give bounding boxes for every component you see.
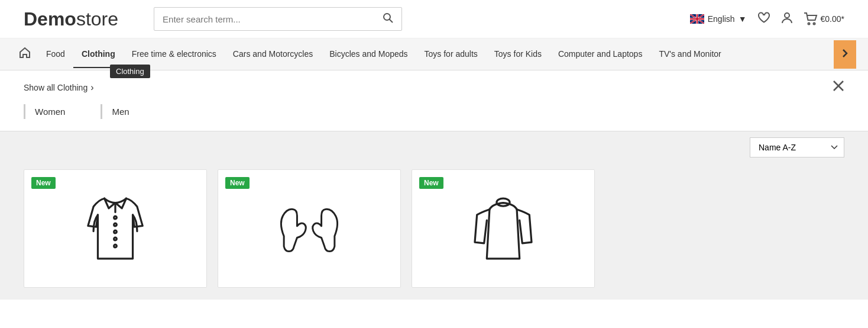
lang-chevron-icon: ▼ — [739, 14, 747, 24]
svg-point-12 — [114, 245, 117, 247]
logo-bold: Demo — [24, 8, 76, 30]
nav-item-free-time[interactable]: Free time & electronics — [124, 41, 225, 68]
nav-item-cars[interactable]: Cars and Motorcycles — [225, 41, 321, 68]
product-card-1[interactable]: New — [24, 169, 207, 288]
svg-point-3 — [785, 13, 789, 18]
chevron-right-icon — [842, 49, 848, 58]
cart-button[interactable]: €0.00* — [804, 12, 844, 25]
nav-item-toys-adults[interactable]: Toys for adults — [416, 41, 486, 68]
nav-item-food[interactable]: Food — [38, 41, 73, 68]
nav-more-button[interactable] — [834, 40, 856, 69]
language-selector[interactable]: English ▼ — [690, 14, 747, 24]
logo[interactable]: Demostore — [24, 8, 118, 30]
cart-icon — [804, 12, 818, 25]
svg-point-0 — [384, 14, 390, 20]
show-all-label: Show all Clothing — [24, 83, 88, 92]
svg-point-4 — [808, 23, 809, 25]
tooltip-text: Clothing — [116, 67, 144, 76]
close-icon — [833, 80, 844, 92]
nav-item-bicycles[interactable]: Bicycles and Mopeds — [321, 41, 416, 68]
products-area: New New New — [0, 163, 868, 300]
new-badge-3: New — [419, 177, 443, 189]
dropdown-item-women[interactable]: Women — [35, 104, 65, 119]
navbar: Food Clothing Free time & electronics Ca… — [0, 38, 868, 70]
svg-line-1 — [390, 20, 393, 23]
account-button[interactable] — [781, 11, 793, 27]
product-illustration-mittens — [274, 193, 345, 264]
product-card-3[interactable]: New — [412, 169, 595, 288]
search-bar — [154, 7, 402, 31]
flag-icon — [690, 14, 704, 24]
nav-item-toys-kids[interactable]: Toys for Kids — [486, 41, 550, 68]
header: Demostore English ▼ — [0, 0, 868, 38]
product-illustration-jacket — [80, 193, 151, 264]
dropdown-close-button[interactable] — [833, 80, 844, 95]
dropdown-col-men: Men — [101, 104, 147, 119]
new-badge-2: New — [225, 177, 250, 189]
new-badge-1: New — [31, 177, 56, 189]
dropdown-panel: Show all Clothing › Women Men — [0, 70, 868, 131]
dropdown-columns: Women Men — [24, 104, 844, 119]
clothing-tooltip: Clothing — [110, 65, 150, 78]
nav-item-tvs[interactable]: TV's and Monitor — [650, 41, 729, 68]
dropdown-header: Show all Clothing › — [24, 80, 844, 95]
svg-point-8 — [114, 216, 117, 219]
dropdown-col-women: Women — [24, 104, 83, 119]
heart-icon — [757, 12, 770, 24]
logo-light: store — [76, 8, 118, 30]
search-icon — [383, 12, 393, 23]
svg-point-10 — [114, 230, 117, 233]
cart-price: €0.00* — [821, 14, 844, 24]
product-illustration-sweater — [468, 193, 539, 264]
product-card-2[interactable]: New — [218, 169, 401, 288]
filter-bar: Name A-Z Name Z-A Price ascending Price … — [0, 131, 868, 163]
wishlist-button[interactable] — [757, 12, 770, 27]
svg-point-5 — [813, 23, 815, 25]
nav-item-clothing[interactable]: Clothing — [73, 41, 124, 68]
home-icon — [19, 47, 31, 59]
home-nav-button[interactable] — [12, 38, 38, 70]
user-icon — [781, 11, 793, 24]
show-all-arrow-icon: › — [90, 82, 93, 93]
svg-point-11 — [114, 237, 117, 240]
header-right: English ▼ €0.00* — [690, 11, 844, 27]
search-button[interactable] — [383, 12, 393, 25]
sort-select[interactable]: Name A-Z Name Z-A Price ascending Price … — [750, 137, 844, 157]
language-label: English — [708, 14, 735, 24]
dropdown-item-men[interactable]: Men — [112, 104, 129, 119]
show-all-clothing-link[interactable]: Show all Clothing › — [24, 82, 94, 93]
svg-point-9 — [114, 223, 117, 226]
search-input[interactable] — [163, 14, 383, 24]
nav-item-computers[interactable]: Computer and Laptops — [550, 41, 650, 68]
